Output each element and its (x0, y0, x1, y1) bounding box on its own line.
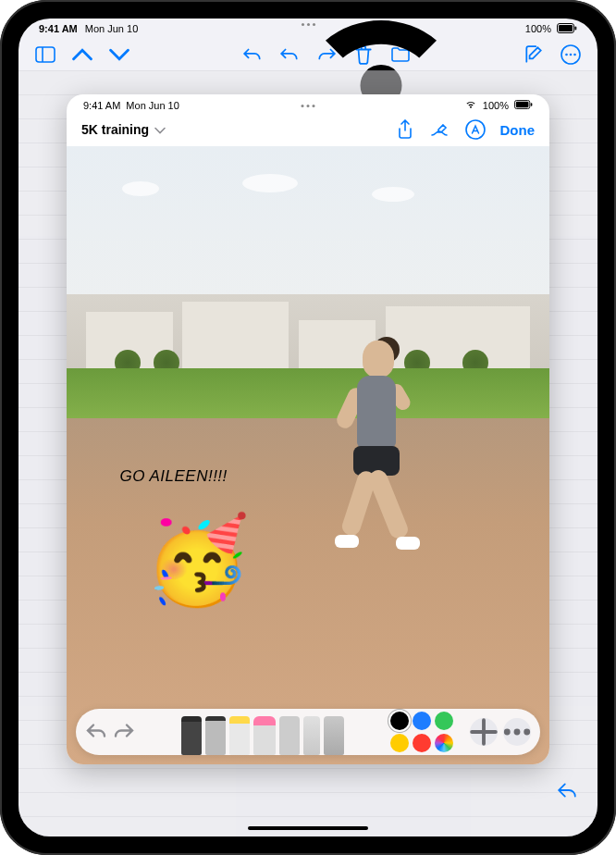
markup-redo-icon[interactable] (113, 721, 135, 743)
eraser-tool[interactable] (253, 716, 276, 755)
color-black[interactable] (390, 712, 409, 730)
quicknote-modal: 9:41 AM Mon Jun 10 100% 5K training (67, 94, 549, 764)
grab-handle-icon (293, 23, 323, 29)
share-icon[interactable] (395, 119, 415, 140)
svg-rect-2 (575, 26, 577, 30)
annotation-text[interactable]: GO AILEEN!!!! (119, 467, 227, 486)
note-title-dropdown[interactable]: 5K training (81, 122, 166, 137)
svg-point-12 (466, 120, 485, 139)
outer-status-date: Mon Jun 10 (85, 23, 138, 34)
inner-status-date: Mon Jun 10 (126, 100, 179, 111)
home-indicator[interactable] (248, 826, 368, 830)
lasso-tool[interactable] (279, 716, 300, 755)
grab-handle-icon[interactable] (302, 105, 315, 107)
outer-status-time: 9:41 AM (39, 23, 78, 34)
svg-point-13 (504, 729, 511, 736)
ruler-tool[interactable] (303, 716, 320, 755)
pen-tool[interactable] (205, 716, 226, 755)
outer-status-bar: 9:41 AM Mon Jun 10 100% (18, 19, 598, 39)
tool-tray (141, 709, 385, 755)
color-palette (390, 712, 464, 752)
marker-tool[interactable] (229, 716, 250, 755)
svg-rect-3 (36, 47, 55, 62)
svg-point-15 (524, 729, 530, 736)
inner-battery-percent: 100% (483, 100, 509, 111)
markup-pen-icon[interactable] (430, 119, 450, 140)
battery-icon (557, 23, 577, 35)
color-green[interactable] (435, 712, 453, 730)
battery-percent: 100% (525, 23, 551, 34)
svg-rect-1 (559, 25, 573, 31)
color-wheel-icon[interactable] (435, 734, 453, 752)
chevron-down-icon[interactable] (109, 44, 129, 65)
plus-icon[interactable] (470, 718, 498, 746)
wifi-icon (464, 100, 477, 111)
auto-a-icon[interactable] (465, 119, 486, 140)
svg-point-14 (514, 729, 521, 736)
sidebar-icon[interactable] (35, 44, 55, 65)
color-blue[interactable] (413, 712, 431, 730)
ipad-device-frame: 9:41 AM Mon Jun 10 100% (0, 0, 616, 855)
done-button[interactable]: Done (500, 122, 536, 138)
inner-status-time: 9:41 AM (83, 100, 120, 111)
crayon-tool[interactable] (324, 716, 344, 755)
party-emoji-sticker[interactable]: 🥳 (144, 517, 251, 602)
svg-rect-10 (516, 102, 529, 107)
ellipsis-icon[interactable] (503, 718, 531, 746)
reply-icon[interactable] (557, 781, 577, 799)
photo-runner (305, 331, 462, 702)
markup-undo-icon[interactable] (85, 721, 107, 743)
battery-icon (514, 100, 533, 111)
quicknote-toolbar: 5K training Done (67, 113, 549, 146)
screen: 9:41 AM Mon Jun 10 100% (18, 19, 598, 836)
color-yellow[interactable] (390, 734, 409, 752)
inner-status-bar: 9:41 AM Mon Jun 10 100% (67, 94, 549, 113)
chevron-down-icon (154, 124, 166, 135)
note-title: 5K training (81, 122, 149, 137)
color-red[interactable] (413, 734, 431, 752)
svg-rect-11 (531, 103, 533, 106)
markup-toolbar (76, 709, 540, 755)
photo-canvas[interactable]: GO AILEEN!!!! 🥳 (67, 146, 549, 764)
chevron-up-icon[interactable] (72, 44, 92, 65)
pencil-tool[interactable] (181, 716, 202, 755)
